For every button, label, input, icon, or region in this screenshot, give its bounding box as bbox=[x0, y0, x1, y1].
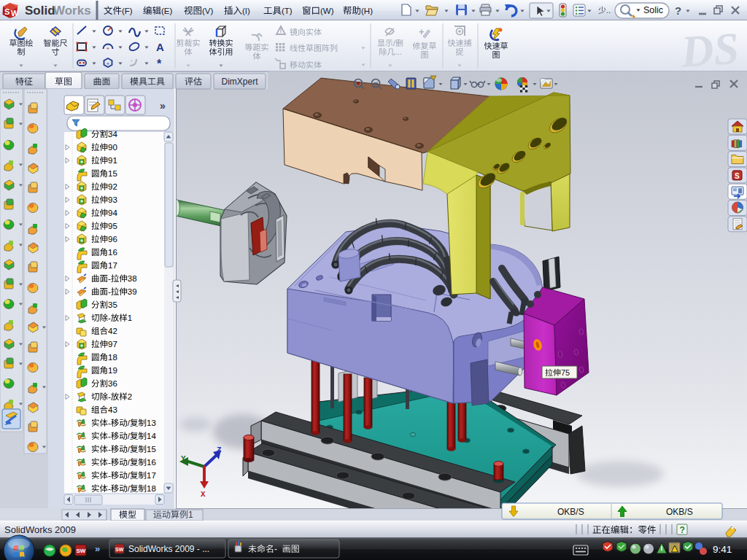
svg-text:1: 1 bbox=[188, 510, 193, 520]
svg-text:...: ... bbox=[395, 47, 401, 56]
svg-text:SolidWorks 2009 - ...: SolidWorks 2009 - ... bbox=[128, 544, 209, 554]
svg-text:2: 2 bbox=[128, 392, 132, 401]
svg-text:(W): (W) bbox=[320, 7, 334, 15]
svg-text:94: 94 bbox=[108, 209, 117, 217]
svg-text:DS: DS bbox=[678, 23, 740, 77]
svg-text:19: 19 bbox=[108, 366, 117, 375]
svg-text:Solic: Solic bbox=[643, 5, 663, 15]
svg-text:14: 14 bbox=[147, 432, 156, 440]
svg-text:SolidWorks 2009: SolidWorks 2009 bbox=[4, 524, 76, 535]
svg-text:13: 13 bbox=[147, 419, 156, 427]
svg-text:Z: Z bbox=[217, 446, 222, 454]
svg-text:1: 1 bbox=[128, 314, 132, 322]
svg-text:92: 92 bbox=[108, 182, 117, 191]
svg-text:95: 95 bbox=[108, 222, 117, 230]
svg-text:S: S bbox=[4, 7, 9, 16]
svg-text:36: 36 bbox=[108, 379, 117, 388]
svg-text:OKB/S: OKB/S bbox=[557, 507, 584, 517]
svg-text:?: ? bbox=[675, 4, 681, 17]
svg-text:93: 93 bbox=[108, 195, 117, 204]
svg-text:(V): (V) bbox=[202, 7, 214, 15]
svg-text:-: - bbox=[274, 544, 277, 554]
svg-text:»: » bbox=[160, 100, 166, 112]
svg-text:15: 15 bbox=[108, 169, 117, 178]
svg-text:SW: SW bbox=[115, 547, 124, 552]
svg-text:(E): (E) bbox=[161, 7, 173, 15]
svg-text:*: * bbox=[157, 58, 162, 70]
svg-text:9:41: 9:41 bbox=[713, 544, 732, 555]
svg-text:+: + bbox=[107, 45, 110, 52]
svg-text:»: » bbox=[95, 543, 100, 554]
svg-text:(I): (I) bbox=[242, 7, 250, 15]
svg-text:..: .. bbox=[606, 6, 611, 15]
svg-text:-: - bbox=[108, 274, 111, 283]
svg-text:(T): (T) bbox=[282, 7, 293, 15]
svg-text:DimXpert: DimXpert bbox=[222, 77, 259, 87]
svg-text:-: - bbox=[108, 484, 111, 493]
svg-text:(H): (H) bbox=[361, 7, 373, 15]
svg-text:(F): (F) bbox=[122, 7, 133, 15]
svg-text:42: 42 bbox=[108, 327, 117, 335]
svg-text:17: 17 bbox=[147, 471, 156, 480]
svg-text:90: 90 bbox=[108, 143, 117, 152]
svg-text:S: S bbox=[735, 172, 740, 180]
svg-text:16: 16 bbox=[147, 458, 156, 467]
svg-text:17: 17 bbox=[108, 261, 117, 270]
svg-text:-: - bbox=[108, 392, 111, 401]
svg-text:18: 18 bbox=[108, 353, 117, 362]
svg-text:43: 43 bbox=[108, 405, 117, 414]
svg-text:-: - bbox=[108, 458, 111, 467]
svg-text:+: + bbox=[130, 58, 133, 64]
svg-text:Solid: Solid bbox=[25, 4, 55, 18]
svg-text:75: 75 bbox=[561, 368, 570, 377]
svg-text:97: 97 bbox=[108, 340, 117, 349]
svg-text:X: X bbox=[201, 490, 206, 499]
svg-text:SW: SW bbox=[77, 548, 86, 554]
svg-text:Works: Works bbox=[53, 4, 91, 18]
svg-text:39: 39 bbox=[128, 287, 137, 296]
svg-text:35: 35 bbox=[108, 300, 117, 309]
svg-text:91: 91 bbox=[108, 156, 117, 165]
svg-text:-: - bbox=[108, 471, 111, 480]
svg-text:-: - bbox=[108, 445, 111, 454]
svg-text:Y: Y bbox=[181, 454, 186, 463]
svg-text:-: - bbox=[108, 432, 111, 440]
svg-text:+: + bbox=[107, 61, 110, 67]
svg-text:16: 16 bbox=[108, 248, 117, 257]
svg-text:A: A bbox=[156, 41, 164, 53]
svg-text:34: 34 bbox=[108, 130, 117, 139]
svg-text:18: 18 bbox=[147, 484, 156, 493]
svg-text:96: 96 bbox=[108, 235, 117, 244]
svg-text:-: - bbox=[108, 419, 111, 427]
svg-text:-: - bbox=[108, 287, 111, 296]
svg-text:15: 15 bbox=[147, 445, 156, 454]
svg-text:OKB/S: OKB/S bbox=[666, 507, 693, 517]
svg-text:38: 38 bbox=[128, 274, 137, 283]
svg-text:W: W bbox=[11, 9, 19, 18]
svg-text:-: - bbox=[108, 314, 111, 322]
svg-text:?: ? bbox=[680, 525, 685, 535]
